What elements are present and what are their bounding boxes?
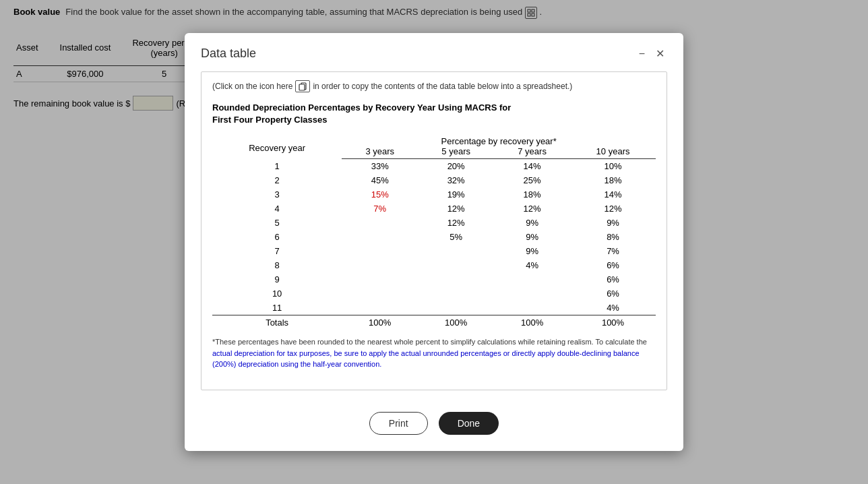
cell-three xyxy=(342,272,418,286)
modal-overlay: Data table − ✕ (Click on the icon here i… xyxy=(0,0,868,484)
table-row: 65%9%8% xyxy=(212,230,656,244)
table-row: 79%7% xyxy=(212,244,656,258)
cell-seven: 25% xyxy=(494,173,570,187)
cell-three: 7% xyxy=(342,202,418,216)
cell-year: 2 xyxy=(212,173,342,187)
col-header-10yr: 10 years xyxy=(570,146,656,159)
cell-totals-seven: 100% xyxy=(494,315,570,330)
cell-totals-five: 100% xyxy=(418,315,494,330)
cell-five xyxy=(418,272,494,286)
cell-three: 33% xyxy=(342,159,418,174)
cell-five: 19% xyxy=(418,187,494,202)
cell-year: 4 xyxy=(212,202,342,216)
cell-five xyxy=(418,301,494,315)
cell-three: 45% xyxy=(342,173,418,187)
print-button[interactable]: Print xyxy=(369,412,428,435)
table-row: 84%6% xyxy=(212,258,656,272)
cell-year: 5 xyxy=(212,216,342,230)
table-row: 47%12%12%12% xyxy=(212,202,656,216)
totals-row: Totals100%100%100%100% xyxy=(212,315,656,330)
table-row: 96% xyxy=(212,272,656,286)
cell-five: 12% xyxy=(418,216,494,230)
modal-close-button[interactable]: ✕ xyxy=(653,47,667,61)
cell-ten: 6% xyxy=(570,286,656,301)
cell-seven: 9% xyxy=(494,216,570,230)
cell-year: 10 xyxy=(212,286,342,301)
cell-year: 3 xyxy=(212,187,342,202)
cell-ten: 6% xyxy=(570,258,656,272)
table-row: 315%19%18%14% xyxy=(212,187,656,202)
cell-totals-three: 100% xyxy=(342,315,418,330)
cell-five: 5% xyxy=(418,230,494,244)
cell-three xyxy=(342,286,418,301)
copy-instructions: (Click on the icon here in order to copy… xyxy=(212,80,656,92)
macrs-table: Recovery year Percentage by recovery yea… xyxy=(212,134,656,330)
cell-seven xyxy=(494,286,570,301)
modal-footer: Print Done xyxy=(201,412,667,435)
data-table-container: (Click on the icon here in order to copy… xyxy=(201,71,667,390)
cell-seven xyxy=(494,272,570,286)
cell-year: 6 xyxy=(212,230,342,244)
cell-three xyxy=(342,244,418,258)
modal-titlebar: Data table − ✕ xyxy=(201,47,667,61)
table-row: 106% xyxy=(212,286,656,301)
cell-three xyxy=(342,216,418,230)
table-row: 512%9%9% xyxy=(212,216,656,230)
cell-year: 11 xyxy=(212,301,342,315)
cell-ten: 6% xyxy=(570,272,656,286)
cell-three xyxy=(342,258,418,272)
cell-year: 8 xyxy=(212,258,342,272)
table-row: 245%32%25%18% xyxy=(212,173,656,187)
cell-three xyxy=(342,230,418,244)
cell-seven: 9% xyxy=(494,230,570,244)
cell-ten: 14% xyxy=(570,187,656,202)
cell-five: 20% xyxy=(418,159,494,174)
cell-seven xyxy=(494,301,570,315)
cell-seven: 18% xyxy=(494,187,570,202)
cell-five xyxy=(418,258,494,272)
modal-controls: − ✕ xyxy=(636,47,667,61)
cell-seven: 9% xyxy=(494,244,570,258)
copy-icon[interactable] xyxy=(295,80,310,92)
col-header-percentage: Percentage by recovery year* xyxy=(342,134,656,146)
macrs-table-title: Rounded Depreciation Percentages by Reco… xyxy=(212,102,656,126)
cell-three xyxy=(342,301,418,315)
col-header-recovery-year: Recovery year xyxy=(212,134,342,159)
cell-totals-ten: 100% xyxy=(570,315,656,330)
cell-totals-label: Totals xyxy=(212,315,342,330)
cell-ten: 18% xyxy=(570,173,656,187)
macrs-footnote: *These percentages have been rounded to … xyxy=(212,336,656,370)
cell-ten: 9% xyxy=(570,216,656,230)
table-row: 114% xyxy=(212,301,656,315)
svg-rect-4 xyxy=(299,84,305,90)
cell-five xyxy=(418,244,494,258)
col-header-5yr: 5 years xyxy=(418,146,494,159)
cell-three: 15% xyxy=(342,187,418,202)
table-row: 133%20%14%10% xyxy=(212,159,656,174)
cell-seven: 12% xyxy=(494,202,570,216)
col-header-7yr: 7 years xyxy=(494,146,570,159)
cell-year: 7 xyxy=(212,244,342,258)
cell-year: 1 xyxy=(212,159,342,174)
macrs-header-main: Recovery year Percentage by recovery yea… xyxy=(212,134,656,146)
cell-five: 32% xyxy=(418,173,494,187)
cell-seven: 14% xyxy=(494,159,570,174)
modal-minimize-button[interactable]: − xyxy=(636,47,648,61)
cell-five: 12% xyxy=(418,202,494,216)
cell-ten: 7% xyxy=(570,244,656,258)
cell-ten: 12% xyxy=(570,202,656,216)
cell-year: 9 xyxy=(212,272,342,286)
modal: Data table − ✕ (Click on the icon here i… xyxy=(185,33,683,451)
done-button[interactable]: Done xyxy=(439,412,499,435)
cell-five xyxy=(418,286,494,301)
cell-seven: 4% xyxy=(494,258,570,272)
cell-ten: 8% xyxy=(570,230,656,244)
col-header-3yr: 3 years xyxy=(342,146,418,159)
cell-ten: 4% xyxy=(570,301,656,315)
modal-title: Data table xyxy=(201,47,256,61)
cell-ten: 10% xyxy=(570,159,656,174)
